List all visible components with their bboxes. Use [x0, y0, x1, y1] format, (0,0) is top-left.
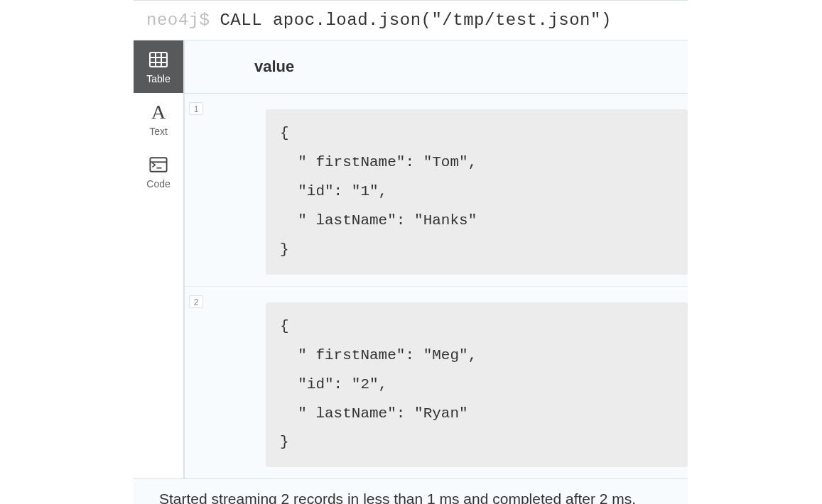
table-icon — [149, 50, 168, 69]
view-tabs: Table A Text Code — [134, 40, 183, 478]
row-value: { " firstName": "Meg", "id": "2", " last… — [203, 292, 688, 468]
svg-rect-5 — [150, 158, 166, 172]
tab-table[interactable]: Table — [134, 40, 183, 93]
code-icon — [149, 155, 168, 174]
tab-text[interactable]: A Text — [134, 93, 183, 146]
results-area: Table A Text Code value — [134, 40, 688, 479]
row-number: 1 — [189, 102, 203, 115]
text-icon: A — [149, 103, 168, 121]
json-value: { " firstName": "Tom", "id": "1", " last… — [266, 109, 688, 275]
tab-label: Table — [146, 73, 170, 84]
tab-label: Code — [146, 178, 170, 190]
query-prompt: neo4j$ — [146, 11, 210, 30]
svg-rect-0 — [150, 53, 167, 67]
query-bar[interactable]: neo4j$ CALL apoc.load.json("/tmp/test.js… — [134, 0, 688, 40]
table-row: 1 { " firstName": "Tom", "id": "1", " la… — [185, 94, 688, 287]
tab-label: Text — [149, 126, 168, 137]
table-row: 2 { " firstName": "Meg", "id": "2", " la… — [185, 287, 688, 479]
tab-code[interactable]: Code — [134, 146, 183, 198]
row-number: 2 — [189, 295, 203, 308]
status-text: Started streaming 2 records in less than… — [159, 491, 636, 504]
column-header-value: value — [254, 57, 294, 75]
table-header: value — [185, 40, 688, 94]
query-text: CALL apoc.load.json("/tmp/test.json") — [220, 11, 611, 30]
status-bar: Started streaming 2 records in less than… — [134, 479, 688, 504]
results-content: value 1 { " firstName": "Tom", "id": "1"… — [183, 40, 688, 478]
row-value: { " firstName": "Tom", "id": "1", " last… — [203, 99, 688, 275]
json-value: { " firstName": "Meg", "id": "2", " last… — [266, 302, 688, 468]
